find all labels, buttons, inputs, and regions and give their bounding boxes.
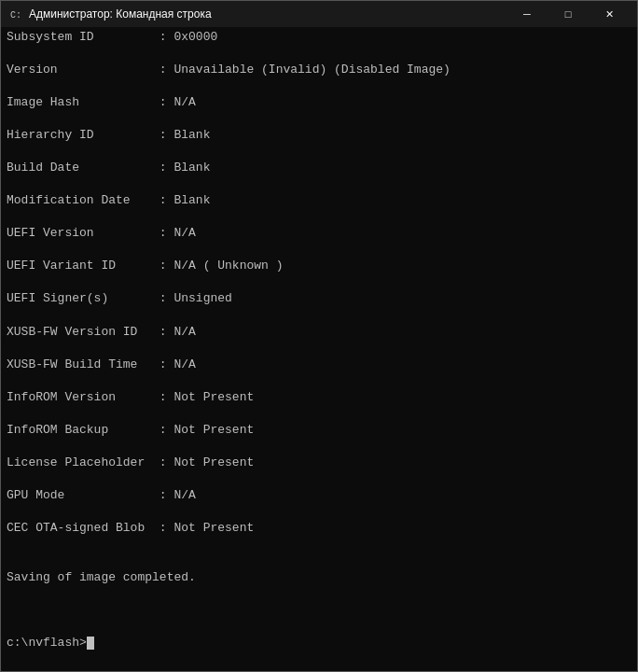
console-line: UEFI Variant ID : N/A ( Unknown ) bbox=[7, 258, 631, 274]
console-line: Version : Unavailable (Invalid) (Disable… bbox=[7, 62, 631, 78]
console-line: GPU Mode : N/A bbox=[7, 487, 631, 504]
console-line: c:\nvflash> bbox=[7, 635, 631, 651]
cmd-icon: C: bbox=[8, 7, 23, 21]
console-line: Saving of image completed. bbox=[7, 569, 631, 586]
minimize-button[interactable]: ─ bbox=[506, 1, 548, 27]
cmd-window: C: Администратор: Командная строка ─ □ ✕… bbox=[0, 0, 638, 672]
console-line: XUSB-FW Build Time : N/A bbox=[7, 357, 631, 373]
console-line: CEC OTA-signed Blob : Not Present bbox=[7, 520, 631, 537]
console-line: License Placeholder : Not Present bbox=[7, 455, 631, 471]
console-output[interactable]: Microsoft Windows [Version 10.0.19042.96… bbox=[1, 27, 637, 671]
console-line: InfoROM Backup : Not Present bbox=[7, 422, 631, 439]
maximize-button[interactable]: □ bbox=[548, 1, 589, 27]
console-line: UEFI Signer(s) : Unsigned bbox=[7, 290, 631, 307]
title-bar: C: Администратор: Командная строка ─ □ ✕ bbox=[1, 1, 637, 27]
window-controls: ─ □ ✕ bbox=[506, 1, 630, 27]
cursor bbox=[87, 637, 94, 650]
console-line: Hierarchy ID : Blank bbox=[7, 127, 631, 144]
console-line: XUSB-FW Version ID : N/A bbox=[7, 324, 631, 341]
console-line: Modification Date : Blank bbox=[7, 192, 631, 209]
console-line: Build Date : Blank bbox=[7, 160, 631, 176]
console-line: Image Hash : N/A bbox=[7, 94, 631, 111]
console-line: UEFI Version : N/A bbox=[7, 225, 631, 242]
svg-text:C:: C: bbox=[10, 10, 21, 21]
window-title: Администратор: Командная строка bbox=[29, 7, 506, 21]
console-line: Subsystem ID : 0x0000 bbox=[7, 29, 631, 46]
close-button[interactable]: ✕ bbox=[589, 1, 630, 27]
console-line: InfoROM Version : Not Present bbox=[7, 389, 631, 406]
